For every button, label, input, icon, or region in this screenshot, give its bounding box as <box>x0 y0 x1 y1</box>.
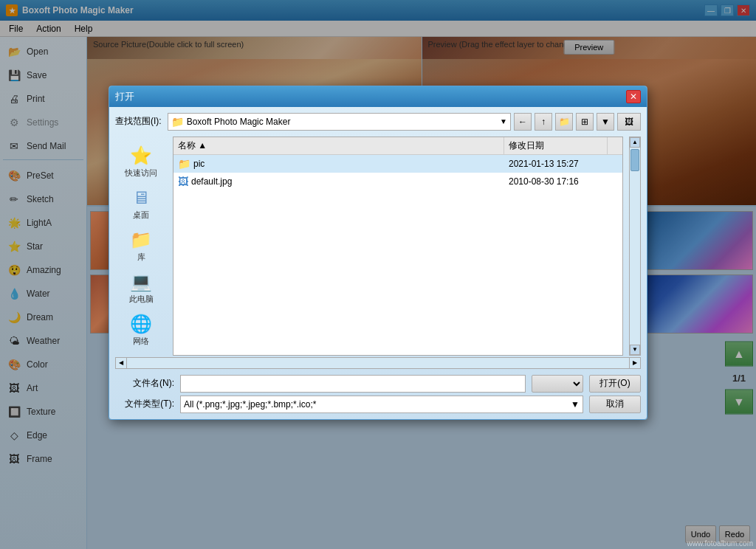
file-row-default[interactable]: 🖼 default.jpg 2010-08-30 17:16 <box>173 173 622 190</box>
new-folder-button[interactable]: 📁 <box>555 113 573 131</box>
current-path: Boxoft Photo Magic Maker <box>187 117 291 127</box>
network-icon: 🌐 <box>130 314 152 334</box>
scroll-up-arrow[interactable]: ▲ <box>630 137 640 148</box>
h-scroll-track <box>127 357 629 369</box>
file-date-pic: 2021-01-13 15:27 <box>504 157 608 170</box>
filename-row: 文件名(N): 打开(O) <box>115 375 641 393</box>
library-icon: 📁 <box>130 229 152 250</box>
nav-network[interactable]: 🌐 网络 <box>117 311 165 350</box>
dialog-scrollbar[interactable]: ▲ ▼ <box>629 137 641 356</box>
dialog-close-button[interactable]: ✕ <box>626 90 641 103</box>
nav-quick-access[interactable]: ⭐ 快速访问 <box>117 142 165 182</box>
nav-library[interactable]: 📁 库 <box>117 227 165 266</box>
desktop-icon: 🖥 <box>132 187 150 208</box>
file-type-default <box>608 180 622 183</box>
scroll-thumb[interactable] <box>630 149 639 171</box>
cancel-button[interactable]: 取消 <box>589 396 641 413</box>
filename-label: 文件名(N): <box>115 377 174 390</box>
scroll-track <box>630 148 640 345</box>
dialog-bottom: 文件名(N): 打开(O) 文件类型(T): All (*.png;*.jpg;… <box>115 375 641 413</box>
filename-input[interactable] <box>180 375 526 393</box>
back-button[interactable]: ← <box>514 113 532 131</box>
image-icon-default: 🖼 <box>178 176 188 187</box>
col-date: 修改日期 <box>504 137 608 154</box>
filetype-arrow-icon: ▼ <box>571 399 580 410</box>
combo-arrow-icon: ▼ <box>500 117 507 125</box>
dialog-content: ⭐ 快速访问 🖥 桌面 📁 库 💻 此电脑 <box>115 137 641 356</box>
library-label: 库 <box>137 252 145 263</box>
file-cell-name-default: 🖼 default.jpg <box>173 174 504 189</box>
file-open-dialog: 打开 ✕ 查找范围(I): 📁 Boxoft Photo Magic Maker… <box>109 86 647 420</box>
dialog-left-nav: ⭐ 快速访问 🖥 桌面 📁 库 💻 此电脑 <box>115 137 167 356</box>
network-label: 网络 <box>133 336 149 347</box>
view-button[interactable]: ⊞ <box>576 113 594 131</box>
file-name-default: default.jpg <box>191 176 232 187</box>
file-list-area: 名称 ▲ 修改日期 📁 pic 2021-01-13 15:27 <box>173 137 623 356</box>
dialog-body: 查找范围(I): 📁 Boxoft Photo Magic Maker ▼ ← … <box>109 107 647 419</box>
col-name: 名称 ▲ <box>173 137 504 154</box>
file-list-header: 名称 ▲ 修改日期 <box>173 137 622 155</box>
nav-desktop[interactable]: 🖥 桌面 <box>117 184 165 224</box>
quick-access-label: 快速访问 <box>125 168 157 179</box>
open-select[interactable] <box>532 375 583 393</box>
h-scrollbar-area: ◀ ▶ <box>115 357 641 369</box>
col-type <box>608 137 622 154</box>
dialog-title: 打开 <box>115 90 134 103</box>
path-combo[interactable]: 📁 Boxoft Photo Magic Maker ▼ <box>168 113 511 131</box>
file-type-pic <box>608 162 622 165</box>
preview-thumb-button[interactable]: 🖼 <box>617 113 641 131</box>
view-details-button[interactable]: ▼ <box>597 113 614 131</box>
watermark: www.fotoalbum.com <box>687 539 753 548</box>
quick-access-icon: ⭐ <box>130 145 152 166</box>
h-scroll-left[interactable]: ◀ <box>115 357 127 369</box>
computer-label: 此电脑 <box>129 294 154 305</box>
file-name-pic: pic <box>193 159 205 169</box>
filetype-label: 文件类型(T): <box>115 398 174 410</box>
scroll-down-arrow[interactable]: ▼ <box>630 345 640 355</box>
dialog-toolbar: 查找范围(I): 📁 Boxoft Photo Magic Maker ▼ ← … <box>115 113 641 131</box>
filetype-select[interactable]: All (*.png;*.jpg;*.jpeg;*.bmp;*.ico;* ▼ <box>180 396 583 413</box>
dialog-title-bar: 打开 ✕ <box>109 86 647 107</box>
location-label: 查找范围(I): <box>115 115 162 128</box>
up-button[interactable]: ↑ <box>535 113 552 131</box>
filetype-value: All (*.png;*.jpg;*.jpeg;*.bmp;*.ico;* <box>184 399 316 410</box>
desktop-label: 桌面 <box>133 210 149 221</box>
folder-icon-pic: 📁 <box>178 158 190 170</box>
computer-icon: 💻 <box>130 272 152 292</box>
file-date-default: 2010-08-30 17:16 <box>504 175 608 188</box>
filetype-row: 文件类型(T): All (*.png;*.jpg;*.jpeg;*.bmp;*… <box>115 396 641 413</box>
file-row-pic[interactable]: 📁 pic 2021-01-13 15:27 <box>173 155 622 173</box>
open-button[interactable]: 打开(O) <box>589 375 641 393</box>
nav-computer[interactable]: 💻 此电脑 <box>117 269 165 308</box>
combo-folder-icon: 📁 <box>171 116 184 128</box>
h-scroll-right[interactable]: ▶ <box>629 357 641 369</box>
dialog-overlay: 打开 ✕ 查找范围(I): 📁 Boxoft Photo Magic Maker… <box>0 0 756 549</box>
file-cell-name-pic: 📁 pic <box>173 156 504 171</box>
